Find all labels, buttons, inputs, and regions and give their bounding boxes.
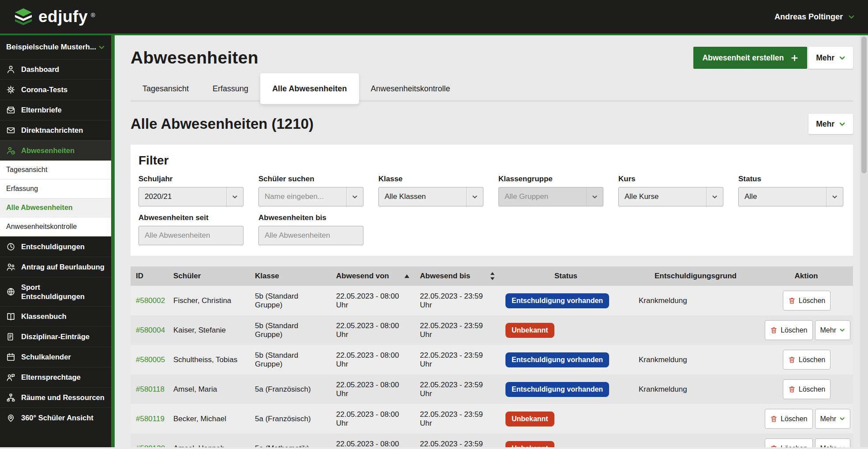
cell-absent-to: 22.05.2023 - 23:59 Uhr bbox=[415, 315, 500, 345]
sidebar-item-antrag-auf-beurlaubung[interactable]: Antrag auf Beurlaubung bbox=[0, 257, 111, 277]
row-more-button[interactable]: Mehr bbox=[815, 409, 850, 429]
delete-button[interactable]: Löschen bbox=[765, 320, 813, 340]
select-schuljahr[interactable]: 2020/21 bbox=[138, 187, 243, 206]
trash-icon bbox=[770, 444, 778, 447]
sidebar-item-schulkalender[interactable]: Schulkalender bbox=[0, 347, 111, 367]
column-label: Abwesend bis bbox=[420, 272, 470, 281]
select-klasse[interactable]: Alle Klassen bbox=[378, 187, 483, 206]
filter-label: Kurs bbox=[618, 175, 723, 183]
table-row: #580005Schultheiss, Tobias5b (Standard G… bbox=[131, 345, 853, 374]
cell-class: 5b (Standard Gruppe) bbox=[250, 345, 331, 374]
delete-button[interactable]: Löschen bbox=[765, 409, 813, 429]
create-absence-button[interactable]: Abwesenheit erstellen bbox=[693, 47, 807, 69]
sidebar-item-label: Sport Entschuldigungen bbox=[21, 283, 105, 301]
column-header-sch-ler: Schüler bbox=[168, 266, 250, 286]
sidebar-item-label: Elternsprechtage bbox=[21, 373, 81, 382]
status-badge: Unbekannt bbox=[505, 441, 554, 448]
sidebar-item-corona-tests[interactable]: Corona-Tests bbox=[0, 79, 111, 100]
cell-absent-to: 22.05.2023 - 23:59 Uhr bbox=[415, 345, 500, 374]
submenu-item-anwesenheitskontrolle[interactable]: Anwesenheitskontrolle bbox=[0, 217, 111, 236]
main-content: Abwesenheiten Abwesenheit erstellen Mehr… bbox=[115, 35, 860, 447]
cell-absent-to: 22.05.2023 - 23:59 Uhr bbox=[415, 374, 500, 404]
sidebar-item-label: Entschuldigungen bbox=[21, 242, 85, 251]
delete-label: Löschen bbox=[781, 415, 808, 423]
submenu-item-erfassung[interactable]: Erfassung bbox=[0, 180, 111, 198]
select-status[interactable]: Alle bbox=[738, 187, 843, 206]
cell-id[interactable]: #580002 bbox=[131, 286, 168, 315]
cell-status: Unbekannt bbox=[500, 434, 632, 447]
cell-class: 5a (Französisch) bbox=[250, 374, 331, 404]
row-more-button[interactable]: Mehr bbox=[815, 438, 850, 447]
cell-status: Entschuldigung vorhanden bbox=[500, 286, 632, 315]
delete-button[interactable]: Löschen bbox=[783, 291, 831, 311]
scrollbar[interactable] bbox=[860, 35, 868, 447]
user-menu[interactable]: Andreas Poltinger bbox=[774, 12, 855, 22]
sidebar-item-elternsprechtage[interactable]: Elternsprechtage bbox=[0, 367, 111, 387]
cell-absent-from: 22.05.2023 - 08:00 Uhr bbox=[331, 404, 415, 434]
page-header: Abwesenheiten Abwesenheit erstellen Mehr bbox=[131, 47, 853, 69]
plus-icon bbox=[791, 54, 798, 62]
sort-icon bbox=[490, 272, 495, 280]
trash-icon bbox=[788, 355, 796, 364]
column-label: Abwesend von bbox=[336, 272, 389, 281]
column-header-abwesend-bis[interactable]: Abwesend bis bbox=[415, 266, 500, 286]
submenu-item-tagesansicht[interactable]: Tagesansicht bbox=[0, 161, 111, 180]
cell-id[interactable]: #580005 bbox=[131, 345, 168, 374]
column-header-abwesend-von[interactable]: Abwesend von bbox=[331, 266, 415, 286]
tab-anwesenheitskontrolle[interactable]: Anwesenheitskontrolle bbox=[359, 76, 462, 101]
chevron-down-icon bbox=[98, 44, 105, 51]
cell-id[interactable]: #580119 bbox=[131, 404, 168, 434]
more-label: Mehr bbox=[816, 53, 834, 63]
cell-absent-from: 22.05.2023 - 08:00 Uhr bbox=[331, 434, 415, 447]
date-input-from[interactable] bbox=[138, 226, 243, 245]
scrollbar-thumb[interactable] bbox=[861, 37, 867, 173]
sidebar-item-r-ume-und-ressourcen[interactable]: Räume und Ressourcen bbox=[0, 387, 111, 408]
cell-reason: Krankmeldung bbox=[632, 345, 760, 374]
cell-reason: Krankmeldung bbox=[632, 286, 760, 315]
sidebar-item-entschuldigungen[interactable]: Entschuldigungen bbox=[0, 236, 111, 257]
cell-student: Fischer, Christina bbox=[168, 286, 250, 315]
cell-id[interactable]: #580118 bbox=[131, 374, 168, 404]
delete-button[interactable]: Löschen bbox=[783, 350, 831, 370]
edjufy-logo-icon bbox=[13, 7, 34, 26]
chevron-down-icon bbox=[826, 187, 843, 206]
filter-field-status: StatusAlle bbox=[738, 175, 843, 206]
tab-erfassung[interactable]: Erfassung bbox=[201, 76, 260, 101]
date-input-to[interactable] bbox=[258, 226, 363, 245]
create-absence-label: Abwesenheit erstellen bbox=[702, 53, 784, 63]
chevron-down-icon bbox=[848, 14, 855, 20]
sidebar-item-dashboard[interactable]: Dashboard bbox=[0, 59, 111, 79]
cell-class: 5b (Standard Gruppe) bbox=[250, 286, 331, 315]
trash-icon bbox=[770, 415, 778, 423]
column-label: Status bbox=[554, 272, 577, 281]
row-more-button[interactable]: Mehr bbox=[815, 320, 850, 340]
select-kurs[interactable]: Alle Kurse bbox=[618, 187, 723, 206]
sidebar-item-360-sch-ler-ansicht[interactable]: 360° Schüler Ansicht bbox=[0, 408, 111, 428]
table-row: #580120Amsel, Hannah5a (Mathematik)22.05… bbox=[131, 434, 853, 447]
column-label: Klasse bbox=[255, 272, 279, 281]
more-label: Mehr bbox=[820, 445, 836, 448]
school-selector[interactable]: Beispielschule Musterh... bbox=[0, 35, 111, 59]
submenu-item-alle-abwesenheiten[interactable]: Alle Abwesenheiten bbox=[0, 198, 111, 217]
filter-label: Abwesenheiten bis bbox=[258, 213, 363, 222]
sidebar-item-direktnachrichten[interactable]: Direktnachrichten bbox=[0, 120, 111, 140]
leave-request-icon bbox=[6, 262, 15, 272]
delete-button[interactable]: Löschen bbox=[765, 438, 813, 447]
select-sch-ler-suchen[interactable]: Name eingeben... bbox=[258, 187, 363, 206]
sidebar-item-abwesenheiten[interactable]: Abwesenheiten bbox=[0, 140, 111, 161]
sidebar-item-disziplinar-eintr-ge[interactable]: Disziplinar-Einträge bbox=[0, 326, 111, 347]
cell-status: Unbekannt bbox=[500, 315, 632, 345]
tab-tagesansicht[interactable]: Tagesansicht bbox=[131, 76, 201, 101]
cell-id[interactable]: #580120 bbox=[131, 434, 168, 447]
sidebar-item-elternbriefe[interactable]: Elternbriefe bbox=[0, 100, 111, 120]
filter-selects-row: Schuljahr2020/21Schüler suchenName einge… bbox=[138, 175, 845, 206]
section-more-button[interactable]: Mehr bbox=[808, 114, 853, 134]
sidebar: Beispielschule Musterh... DashboardCoron… bbox=[0, 35, 111, 447]
sidebar-item-sport-entschuldigungen[interactable]: Sport Entschuldigungen bbox=[0, 277, 111, 306]
tab-alle-abwesenheiten[interactable]: Alle Abwesenheiten bbox=[260, 73, 359, 104]
delete-button[interactable]: Löschen bbox=[783, 379, 831, 399]
cell-id[interactable]: #580004 bbox=[131, 315, 168, 345]
column-header-klasse: Klasse bbox=[250, 266, 331, 286]
sidebar-item-klassenbuch[interactable]: Klassenbuch bbox=[0, 306, 111, 326]
header-more-button[interactable]: Mehr bbox=[808, 47, 853, 69]
